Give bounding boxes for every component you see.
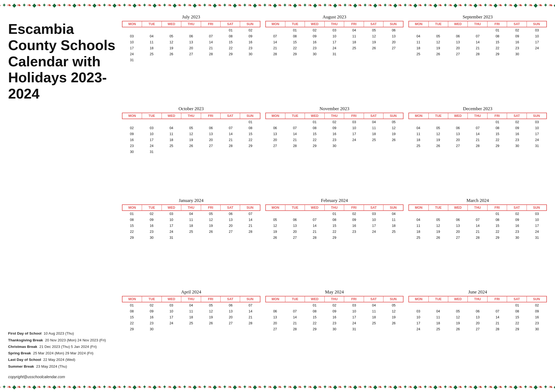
cal-day-cell: 19: [428, 137, 448, 143]
cal-body-row: 10111213141516: [408, 314, 547, 320]
cal-day-cell: 30: [142, 326, 162, 332]
cal-day-cell: 02: [142, 211, 162, 217]
cal-header-cell: MON: [409, 21, 428, 27]
cal-day-cell: 17: [527, 223, 547, 229]
cal-day-cell: 06: [384, 27, 404, 33]
cal-day-cell: 07: [265, 33, 285, 39]
cal-day-cell: 00: [221, 149, 241, 155]
holiday-row: Summer Break23 May 2024 (Thu): [8, 363, 117, 370]
cal-day-cell: 02: [507, 211, 527, 217]
cal-header-row: MONTUEWEDTHUFRISATSUN: [265, 21, 404, 27]
cal-day-cell: 19: [384, 314, 404, 320]
cal-day-cell: 01: [488, 119, 507, 125]
cal-day-cell: 03: [364, 211, 384, 217]
cal-header-row: MONTUEWEDTHUFRISATSUN: [122, 296, 260, 302]
cal-day-cell: 29: [488, 51, 507, 57]
cal-day-cell: 29: [285, 51, 305, 57]
cal-day-cell: 05: [428, 33, 448, 39]
cal-body-row: 00000102030405: [265, 302, 404, 308]
cal-day-cell: 08: [488, 217, 507, 223]
cal-day-cell: 00: [428, 302, 448, 308]
cal-header-cell: THU: [325, 205, 344, 210]
cal-day-cell: 26: [364, 45, 384, 51]
cal-body-row: 16171819202122: [122, 137, 260, 143]
holiday-label: First Day of School: [8, 330, 41, 337]
cal-day-cell: 07: [305, 217, 325, 223]
cal-day-cell: 26: [448, 326, 468, 332]
cal-day-cell: 21: [468, 45, 488, 51]
cal-day-cell: 27: [265, 326, 285, 332]
cal-day-cell: 17: [122, 45, 142, 51]
cal-body-row: 03040506070809: [408, 308, 547, 314]
cal-day-cell: 11: [384, 217, 404, 223]
cal-day-cell: 00: [221, 326, 241, 332]
cal-body-row: 11121314151617: [408, 223, 547, 229]
month-title: March 2024: [408, 198, 547, 203]
cal-day-cell: 19: [201, 314, 221, 320]
cal-day-cell: 30: [325, 143, 344, 149]
cal-day-cell: 22: [285, 45, 305, 51]
cal-day-cell: 27: [285, 235, 305, 241]
cal-grid: MONTUEWEDTHUFRISATSUN0000000001020304050…: [408, 204, 547, 288]
cal-body-row: 00000000010203: [408, 27, 547, 33]
cal-day-cell: 25: [364, 320, 384, 326]
cal-day-cell: 04: [364, 119, 384, 125]
cal-body-row: 01020304050607: [122, 211, 260, 217]
cal-day-cell: 03: [408, 308, 428, 314]
cal-day-cell: 08: [305, 125, 325, 131]
cal-day-cell: 17: [408, 320, 428, 326]
cal-day-cell: 07: [221, 125, 241, 131]
cal-day-cell: 20: [181, 45, 201, 51]
cal-body-row: 25262728293000: [408, 51, 547, 57]
cal-day-cell: 19: [448, 320, 468, 326]
calendars-panel: July 2023MONTUEWEDTHUFRISATSUN0000000000…: [122, 13, 547, 379]
cal-grid: MONTUEWEDTHUFRISATSUN0000010203040506070…: [265, 113, 404, 196]
cal-header-cell: SUN: [240, 205, 260, 210]
cal-grid: MONTUEWEDTHUFRISATSUN0000000001020304050…: [408, 21, 547, 104]
cal-day-cell: 14: [285, 314, 305, 320]
cal-day-cell: 26: [384, 137, 404, 143]
cal-day-cell: 24: [527, 45, 547, 51]
cal-day-cell: 20: [285, 229, 305, 235]
cal-day-cell: 15: [122, 223, 142, 229]
cal-body-row: 24252627282930: [122, 51, 260, 57]
cal-header-cell: SAT: [221, 113, 240, 119]
holiday-value: 23 May 2024 (Thu): [36, 363, 67, 370]
cal-day-cell: 16: [344, 223, 364, 229]
cal-body-row: 04050607080910: [408, 33, 547, 39]
cal-day-cell: 24: [162, 229, 181, 235]
cal-day-cell: 10: [325, 33, 344, 39]
cal-day-cell: 08: [241, 125, 260, 131]
cal-day-cell: 15: [488, 39, 507, 45]
cal-day-cell: 05: [448, 308, 468, 314]
cal-day-cell: 07: [468, 125, 488, 131]
cal-day-cell: 25: [181, 229, 201, 235]
cal-day-cell: 00: [162, 149, 181, 155]
cal-day-cell: 00: [162, 119, 181, 125]
cal-day-cell: 25: [408, 51, 428, 57]
cal-day-cell: 23: [527, 320, 547, 326]
cal-day-cell: 02: [122, 125, 142, 131]
cal-day-cell: 08: [305, 308, 325, 314]
cal-header-cell: MON: [409, 205, 428, 210]
cal-body-row: 31000000000000: [122, 57, 260, 63]
main-container: Escambia County Schools Calendar with Ho…: [0, 10, 555, 382]
cal-day-cell: 18: [408, 229, 428, 235]
cal-body-row: 24252627282930: [408, 326, 547, 332]
cal-day-cell: 02: [142, 302, 162, 308]
cal-day-cell: 09: [305, 33, 325, 39]
cal-day-cell: 06: [201, 125, 221, 131]
cal-day-cell: 01: [285, 27, 305, 33]
cal-day-cell: 13: [285, 223, 305, 229]
cal-day-cell: 06: [468, 308, 488, 314]
cal-header-row: MONTUEWEDTHUFRISATSUN: [122, 21, 260, 27]
cal-day-cell: 28: [241, 229, 260, 235]
cal-day-cell: 02: [325, 119, 344, 125]
holiday-row: First Day of School10 Aug 2023 (Thu): [8, 330, 117, 337]
cal-day-cell: 29: [305, 326, 325, 332]
cal-header-cell: FRI: [201, 296, 221, 302]
cal-grid: MONTUEWEDTHUFRISATSUN0102030405060708091…: [122, 204, 260, 288]
cal-day-cell: 23: [241, 45, 260, 51]
cal-day-cell: 07: [285, 125, 305, 131]
cal-day-cell: 00: [344, 143, 364, 149]
